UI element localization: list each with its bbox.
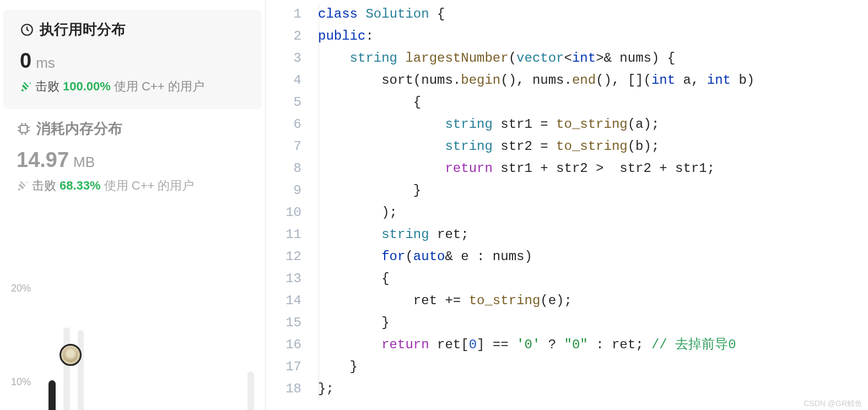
code-line[interactable]: }; (318, 378, 868, 400)
code-line[interactable]: public: (318, 25, 868, 47)
memory-unit: MB (73, 154, 95, 171)
memory-beat-pct: 68.33% (60, 179, 101, 193)
runtime-card[interactable]: 执行用时分布 0 ms 击败 100.00% 使用 C++ 的用户 (3, 10, 262, 109)
memory-value: 14.97 (17, 148, 69, 172)
user-avatar-marker[interactable] (60, 344, 82, 366)
line-number: 10 (266, 202, 301, 224)
line-number: 13 (266, 268, 301, 290)
code-line[interactable]: class Solution { (318, 3, 868, 25)
memory-beat-row: 击败 68.33% 使用 C++ 的用户 (17, 177, 251, 194)
clock-icon (20, 23, 34, 37)
line-number: 6 (266, 114, 301, 136)
line-number: 9 (266, 180, 301, 202)
runtime-distribution-chart: 20% 10% (11, 283, 254, 410)
memory-beat-label: 击败 (32, 177, 56, 194)
code-line[interactable]: return ret[0] == '0' ? "0" : ret; // 去掉前… (318, 334, 868, 356)
code-line[interactable]: } (318, 312, 868, 334)
clap-icon (20, 80, 32, 93)
code-line[interactable]: string str1 = to_string(a); (318, 114, 868, 136)
chart-ytick: 20% (11, 283, 31, 294)
runtime-title-row: 执行用时分布 (20, 20, 247, 39)
code-panel: 123456789101112131415161718 class Soluti… (266, 0, 868, 410)
line-number: 5 (266, 91, 301, 114)
line-number: 17 (266, 356, 301, 378)
memory-beat-rest: 使用 C++ 的用户 (104, 177, 195, 194)
memory-card[interactable]: 消耗内存分布 14.97 MB 击败 68.33% 使用 C++ 的用户 (0, 109, 265, 208)
code-line[interactable]: { (318, 91, 868, 114)
line-number: 14 (266, 290, 301, 312)
line-number: 12 (266, 246, 301, 268)
line-number: 11 (266, 224, 301, 246)
line-number: 2 (266, 25, 301, 47)
code-column[interactable]: class Solution {public: string largestNu… (318, 3, 868, 400)
chip-icon (17, 122, 31, 136)
code-line[interactable]: string str2 = to_string(b); (318, 136, 868, 158)
line-number-gutter: 123456789101112131415161718 (266, 3, 318, 400)
code-line[interactable]: for(auto& e : nums) (318, 246, 868, 268)
code-line[interactable]: return str1 + str2 > str2 + str1; (318, 158, 868, 180)
line-number: 8 (266, 158, 301, 180)
runtime-beat-row: 击败 100.00% 使用 C++ 的用户 (20, 78, 247, 95)
code-line[interactable]: string ret; (318, 224, 868, 246)
stats-panel: 执行用时分布 0 ms 击败 100.00% 使用 C++ 的用户 消耗内存分布… (0, 0, 266, 410)
clap-icon (17, 180, 29, 192)
runtime-beat-label: 击败 (35, 78, 60, 95)
line-number: 3 (266, 47, 301, 69)
code-line[interactable]: string largestNumber(vector<int>& nums) … (318, 47, 868, 69)
code-line[interactable]: } (318, 356, 868, 378)
svg-rect-1 (20, 125, 28, 132)
memory-value-row: 14.97 MB (17, 148, 251, 172)
watermark-text: CSDN @GR鲸鱼 (804, 399, 862, 409)
line-number: 15 (266, 312, 301, 334)
code-line[interactable]: { (318, 268, 868, 290)
runtime-unit: ms (36, 55, 55, 72)
code-line[interactable]: ret += to_string(e); (318, 290, 868, 312)
runtime-value-row: 0 ms (20, 49, 247, 73)
runtime-beat-rest: 使用 C++ 的用户 (114, 78, 204, 95)
memory-title: 消耗内存分布 (36, 119, 122, 138)
line-number: 4 (266, 69, 301, 91)
code-editor[interactable]: 123456789101112131415161718 class Soluti… (266, 0, 868, 400)
runtime-value: 0 (20, 49, 31, 73)
code-line[interactable]: } (318, 180, 868, 202)
chart-ytick: 10% (11, 376, 31, 388)
code-line[interactable]: ); (318, 202, 868, 224)
chart-bar[interactable] (48, 380, 56, 410)
chart-bar[interactable] (63, 327, 70, 410)
runtime-beat-pct: 100.00% (63, 79, 111, 94)
code-line[interactable]: sort(nums.begin(), nums.end(), [](int a,… (318, 69, 868, 91)
app-layout: 执行用时分布 0 ms 击败 100.00% 使用 C++ 的用户 消耗内存分布… (0, 0, 868, 410)
chart-bar[interactable] (247, 371, 254, 410)
chart-bar[interactable] (78, 330, 84, 410)
runtime-title: 执行用时分布 (40, 20, 126, 39)
line-number: 18 (266, 378, 301, 400)
line-number: 16 (266, 334, 301, 356)
memory-title-row: 消耗内存分布 (17, 119, 251, 138)
line-number: 1 (266, 3, 301, 25)
line-number: 7 (266, 136, 301, 158)
